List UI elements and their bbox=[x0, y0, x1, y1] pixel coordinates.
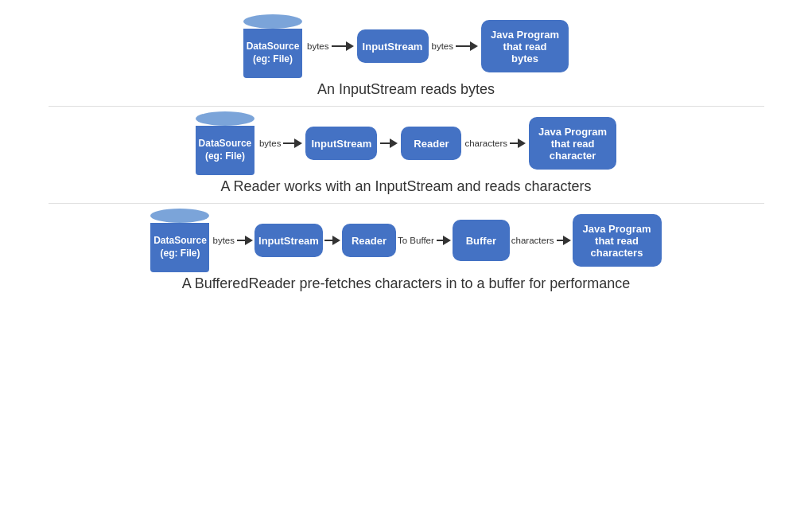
line-seg bbox=[380, 142, 390, 144]
line-seg bbox=[557, 240, 563, 241]
datasource-label-3: DataSource(eg: File) bbox=[153, 235, 207, 260]
reader-box-2: Reader bbox=[401, 127, 461, 160]
inputstream-box-2: InputStream bbox=[305, 127, 377, 160]
javaprogram-box-1: Java Programthat readbytes bbox=[481, 20, 569, 72]
arrowhead bbox=[346, 41, 354, 51]
javaprogram-box-2: Java Programthat readcharacter bbox=[529, 117, 616, 170]
arrowhead bbox=[245, 236, 253, 245]
diagram1-caption: An InputStream reads bytes bbox=[317, 81, 495, 98]
line-seg bbox=[437, 240, 443, 241]
arrow-label-3-1: bytes bbox=[212, 236, 235, 245]
arrow2-3: characters bbox=[464, 139, 526, 148]
arrowhead bbox=[443, 236, 451, 245]
line-seg bbox=[283, 142, 294, 144]
cylinder-body-2: DataSource(eg: File) bbox=[196, 126, 254, 175]
arrow3-4: characters bbox=[511, 236, 571, 245]
diagram1-section: DataSource(eg: File) bytes InputStream b bbox=[243, 14, 569, 101]
cylinder-body-3: DataSource(eg: File) bbox=[150, 223, 209, 272]
buffer-box-3: Buffer bbox=[453, 220, 510, 261]
line-seg bbox=[237, 240, 245, 241]
arrow-line-2-1 bbox=[283, 139, 302, 148]
line-seg bbox=[332, 45, 346, 47]
line-seg bbox=[324, 240, 332, 241]
inputstream-box-1: InputStream bbox=[357, 29, 429, 63]
line-seg bbox=[510, 142, 518, 144]
cylinder-top-2 bbox=[196, 111, 254, 126]
arrow3-3: To Buffer bbox=[398, 236, 451, 245]
arrow-line-3-4 bbox=[557, 236, 571, 245]
arrowhead bbox=[294, 139, 302, 148]
cylinder-top-3 bbox=[150, 209, 209, 223]
main-container: DataSource(eg: File) bytes InputStream b bbox=[0, 0, 812, 519]
javaprogram-label-1: Java Programthat readbytes bbox=[491, 29, 559, 64]
diagram3-caption: A BufferedReader pre-fetches characters … bbox=[182, 275, 631, 292]
diagram3-section: DataSource(eg: File) bytes InputStream bbox=[150, 209, 661, 295]
datasource-label-1: DataSource(eg: File) bbox=[247, 41, 300, 65]
arrow-line-1-2 bbox=[456, 41, 478, 51]
datasource-cylinder-3: DataSource(eg: File) bbox=[150, 209, 209, 272]
divider1 bbox=[49, 106, 764, 107]
arrow-label-3-4: characters bbox=[511, 236, 554, 245]
arrow-label-1-2: bytes bbox=[432, 41, 454, 51]
arrow2-1: bytes bbox=[259, 139, 303, 148]
cylinder-body-1: DataSource(eg: File) bbox=[243, 29, 302, 78]
divider2 bbox=[49, 203, 764, 204]
arrow1-1: bytes bbox=[307, 41, 354, 51]
reader-box-3: Reader bbox=[342, 224, 396, 257]
arrow-label-3-3: To Buffer bbox=[398, 236, 434, 245]
line-seg bbox=[456, 45, 470, 47]
diagram1-flow: DataSource(eg: File) bytes InputStream b bbox=[243, 14, 569, 78]
arrowhead bbox=[563, 236, 571, 245]
javaprogram-box-3: Java Programthat readcharacters bbox=[573, 214, 662, 267]
arrowhead bbox=[332, 236, 340, 245]
diagram2-section: DataSource(eg: File) bytes InputStream bbox=[196, 111, 616, 198]
arrow-line-1-1 bbox=[332, 41, 354, 51]
arrowhead bbox=[518, 139, 526, 148]
diagram3-flow: DataSource(eg: File) bytes InputStream bbox=[150, 209, 661, 272]
arrow-label-2-3: characters bbox=[464, 139, 507, 148]
arrow-line-3-3 bbox=[437, 236, 451, 245]
cylinder-top-1 bbox=[243, 14, 302, 29]
inputstream-box-3: InputStream bbox=[254, 224, 323, 257]
datasource-cylinder-1: DataSource(eg: File) bbox=[243, 14, 302, 78]
arrow-line-2-3 bbox=[510, 139, 526, 148]
diagram2-flow: DataSource(eg: File) bytes InputStream bbox=[196, 111, 616, 175]
arrow3-1: bytes bbox=[212, 236, 253, 245]
datasource-label-2: DataSource(eg: File) bbox=[199, 138, 252, 162]
arrow-label-2-1: bytes bbox=[259, 139, 282, 148]
datasource-cylinder-2: DataSource(eg: File) bbox=[196, 111, 254, 175]
arrow-label-1-1: bytes bbox=[307, 41, 329, 51]
arrow-line-3-2 bbox=[324, 236, 340, 245]
arrowhead bbox=[390, 139, 398, 148]
arrow1-2: bytes bbox=[432, 41, 479, 51]
arrowhead bbox=[470, 41, 478, 51]
diagram2-caption: A Reader works with an InputStream and r… bbox=[220, 178, 591, 195]
arrow-line-3-1 bbox=[237, 236, 253, 245]
arrow-line-2-2 bbox=[380, 139, 398, 148]
